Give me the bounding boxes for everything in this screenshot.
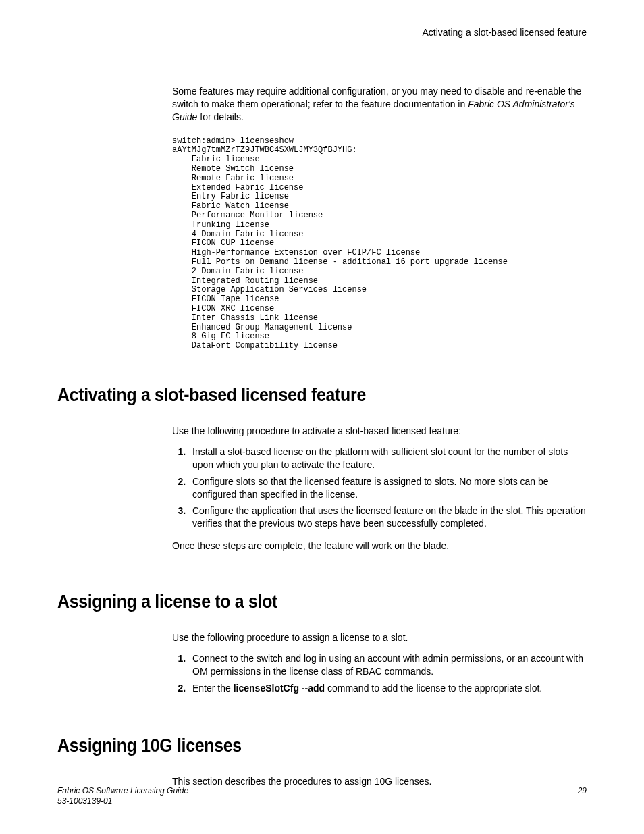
footer-doc-number: 53-1003139-01 [57, 796, 188, 807]
heading-assigning-10g: Assigning 10G licenses [57, 735, 544, 756]
section2-body: Use the following procedure to assign a … [172, 631, 587, 695]
intro-paragraph: Some features may require additional con… [172, 85, 587, 124]
section2-steps: Connect to the switch and log in using a… [172, 652, 587, 695]
section2-step-2: Enter the licenseSlotCfg --add command t… [188, 682, 587, 695]
page-footer: Fabric OS Software Licensing Guide 53-10… [57, 786, 587, 807]
section2-intro: Use the following procedure to assign a … [172, 631, 587, 644]
gap [57, 561, 587, 592]
heading-assigning-license-slot: Assigning a license to a slot [57, 592, 544, 613]
footer-left: Fabric OS Software Licensing Guide 53-10… [57, 786, 188, 807]
section1-body: Use the following procedure to activate … [172, 425, 587, 552]
section1-step-3: Configure the application that uses the … [188, 504, 587, 530]
step2-text-pre: Enter the [192, 683, 234, 694]
section1-outro: Once these steps are complete, the featu… [172, 540, 587, 552]
page: Activating a slot-based licensed feature… [0, 0, 644, 834]
footer-page-number: 29 [578, 786, 587, 807]
heading-activating-slot-based: Activating a slot-based licensed feature [57, 385, 544, 406]
content-block: Some features may require additional con… [172, 85, 587, 351]
section1-step-1: Install a slot-based license on the plat… [188, 446, 587, 471]
step2-text-post: command to add the license to the approp… [325, 683, 542, 694]
footer-doc-title: Fabric OS Software Licensing Guide [57, 786, 188, 797]
intro-text-after: for details. [197, 111, 243, 122]
section1-steps: Install a slot-based license on the plat… [172, 446, 587, 530]
section1-intro: Use the following procedure to activate … [172, 425, 587, 438]
header-section-title: Activating a slot-based licensed feature [57, 27, 587, 38]
section2-step-1: Connect to the switch and log in using a… [188, 652, 587, 678]
code-block-licenseshow: switch:admin> licenseshow aAYtMJg7tmMZrT… [172, 137, 587, 351]
gap [57, 704, 587, 735]
step2-command: licenseSlotCfg --add [234, 683, 325, 694]
section1-step-2: Configure slots so that the licensed fea… [188, 475, 587, 501]
